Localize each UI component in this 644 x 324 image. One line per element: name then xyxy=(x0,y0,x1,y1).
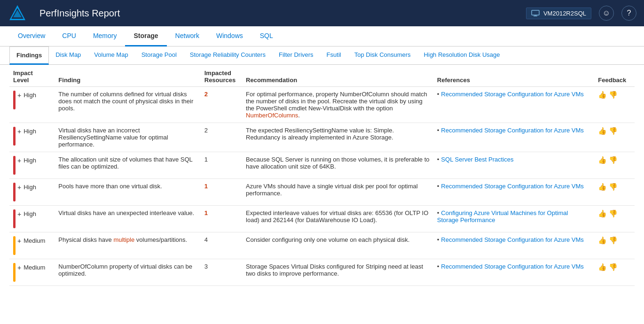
subtab-highresolution[interactable]: High Resolution Disk Usage xyxy=(417,46,507,65)
tab-overview[interactable]: Overview xyxy=(9,26,54,46)
expand-button[interactable]: + xyxy=(17,157,21,164)
reference-link[interactable]: Recommended Storage Configuration for Az… xyxy=(441,183,584,190)
impacted-cell: 2 xyxy=(201,87,242,123)
tab-network[interactable]: Network xyxy=(167,26,208,46)
top-tab-bar: Overview CPU Memory Storage Network Wind… xyxy=(0,26,644,46)
monitor-icon xyxy=(531,10,540,16)
finding-text: The allocation unit size of volumes that… xyxy=(58,156,192,170)
header-right: VM2012R2SQL ☺ ? xyxy=(526,6,636,21)
impact-cell: + High xyxy=(9,179,55,206)
finding-cell: Virtual disks have an incorrect Resilien… xyxy=(55,123,200,152)
impact-bar xyxy=(13,183,16,201)
impact-label: High xyxy=(24,92,36,99)
reference-link[interactable]: Recommended Storage Configuration for Az… xyxy=(441,127,584,134)
reference-link[interactable]: Recommended Storage Configuration for Az… xyxy=(441,263,584,270)
subtab-reliabilitycounters[interactable]: Storage Reliability Counters xyxy=(183,46,272,65)
impacted-number: 1 xyxy=(204,209,208,216)
references-cell: •Recommended Storage Configuration for A… xyxy=(433,232,595,259)
impact-label: High xyxy=(24,184,36,191)
impacted-cell: 1 xyxy=(201,206,242,232)
thumbs-up-icon[interactable]: 👍 xyxy=(598,91,607,99)
tab-cpu[interactable]: CPU xyxy=(54,26,85,46)
subtab-storagepool[interactable]: Storage Pool xyxy=(135,46,183,65)
subtab-findings[interactable]: Findings xyxy=(9,46,49,65)
references-cell: •Recommended Storage Configuration for A… xyxy=(433,179,595,206)
thumbs-down-icon[interactable]: 👎 xyxy=(609,236,618,245)
thumbs-down-icon[interactable]: 👎 xyxy=(609,183,618,191)
reference-link[interactable]: SQL Server Best Practices xyxy=(441,156,513,163)
thumbs-down-icon[interactable]: 👎 xyxy=(609,127,618,135)
impacted-number: 1 xyxy=(204,156,208,163)
references-cell: •SQL Server Best Practices xyxy=(433,152,595,179)
expand-button[interactable]: + xyxy=(17,264,21,271)
subtab-filterdrivers[interactable]: Filter Drivers xyxy=(272,46,320,65)
finding-cell: The allocation unit size of volumes that… xyxy=(55,152,200,179)
table-row: + High The number of columns defined for… xyxy=(9,87,635,123)
logo-icon xyxy=(8,3,27,23)
impacted-number: 1 xyxy=(204,183,208,190)
smile-button[interactable]: ☺ xyxy=(599,6,614,21)
thumbs-up-icon[interactable]: 👍 xyxy=(598,156,607,164)
impact-cell: + Medium xyxy=(9,232,55,259)
thumbs-down-icon[interactable]: 👎 xyxy=(609,91,618,99)
feedback-cell: 👍 👎 xyxy=(594,206,635,232)
recommendation-cell: The expected ResiliencySettingName value… xyxy=(242,123,433,152)
expand-button[interactable]: + xyxy=(17,184,21,191)
impacted-cell: 2 xyxy=(201,123,242,152)
subtab-topdiskconsumers[interactable]: Top Disk Consumers xyxy=(348,46,417,65)
impact-cell: + High xyxy=(9,123,55,152)
thumbs-down-icon[interactable]: 👎 xyxy=(609,156,618,164)
reference-link[interactable]: Recommended Storage Configuration for Az… xyxy=(441,91,584,98)
finding-text: Pools have more than one virtual disk. xyxy=(58,183,162,190)
thumbs-down-icon[interactable]: 👎 xyxy=(609,209,618,218)
impacted-number: 3 xyxy=(204,263,208,270)
finding-cell: NumberOfColumn property of virtual disks… xyxy=(55,259,200,286)
tab-windows[interactable]: Windows xyxy=(208,26,251,46)
impact-cell: + Medium xyxy=(9,259,55,286)
references-cell: •Configuring Azure Virtual Machines for … xyxy=(433,206,595,232)
tab-memory[interactable]: Memory xyxy=(85,26,126,46)
expand-button[interactable]: + xyxy=(17,237,21,245)
thumbs-up-icon[interactable]: 👍 xyxy=(598,183,607,191)
expand-button[interactable]: + xyxy=(17,92,21,99)
impacted-cell: 3 xyxy=(201,259,242,286)
feedback-cell: 👍 👎 xyxy=(594,123,635,152)
reference-link[interactable]: Recommended Storage Configuration for Az… xyxy=(441,236,584,243)
impact-cell: + High xyxy=(9,152,55,179)
thumbs-down-icon[interactable]: 👎 xyxy=(609,263,618,271)
bullet: • xyxy=(437,263,440,270)
table-row: + High The allocation unit size of volum… xyxy=(9,152,635,179)
impact-label: High xyxy=(24,210,36,217)
impacted-cell: 1 xyxy=(201,179,242,206)
subtab-fsutil[interactable]: Fsutil xyxy=(320,46,348,65)
table-row: + High Pools have more than one virtual … xyxy=(9,179,635,206)
finding-cell: Pools have more than one virtual disk. xyxy=(55,179,200,206)
impact-bar xyxy=(13,263,16,282)
reference-link[interactable]: Configuring Azure Virtual Machines for O… xyxy=(437,209,568,224)
expand-button[interactable]: + xyxy=(17,128,21,135)
col-header-feedback: Feedback xyxy=(594,65,635,87)
app-logo xyxy=(8,3,32,23)
impact-bar xyxy=(13,236,16,255)
thumbs-up-icon[interactable]: 👍 xyxy=(598,127,607,135)
recommendation-text: The expected ResiliencySettingName value… xyxy=(246,127,394,141)
tab-sql[interactable]: SQL xyxy=(251,26,282,46)
recommendation-cell: Expected interleave values for virtual d… xyxy=(242,206,433,232)
tab-storage[interactable]: Storage xyxy=(125,26,166,46)
thumbs-up-icon[interactable]: 👍 xyxy=(598,263,607,271)
findings-table-container: ImpactLevel Finding ImpactedResources Re… xyxy=(0,65,644,286)
help-button[interactable]: ? xyxy=(621,6,636,21)
subtab-diskmap[interactable]: Disk Map xyxy=(49,46,87,65)
references-cell: •Recommended Storage Configuration for A… xyxy=(433,87,595,123)
recommendation-text: Expected interleave values for virtual d… xyxy=(246,209,428,224)
impact-bar xyxy=(13,156,16,175)
finding-text: NumberOfColumn property of virtual disks… xyxy=(58,263,192,277)
thumbs-up-icon[interactable]: 👍 xyxy=(598,236,607,245)
app-title: PerfInsights Report xyxy=(39,8,526,19)
subtab-volumemap[interactable]: Volume Map xyxy=(87,46,134,65)
expand-button[interactable]: + xyxy=(17,210,21,218)
vm-name-box: VM2012R2SQL xyxy=(526,8,591,19)
thumbs-up-icon[interactable]: 👍 xyxy=(598,209,607,218)
bullet: • xyxy=(437,91,440,98)
col-header-references: References xyxy=(433,65,595,87)
